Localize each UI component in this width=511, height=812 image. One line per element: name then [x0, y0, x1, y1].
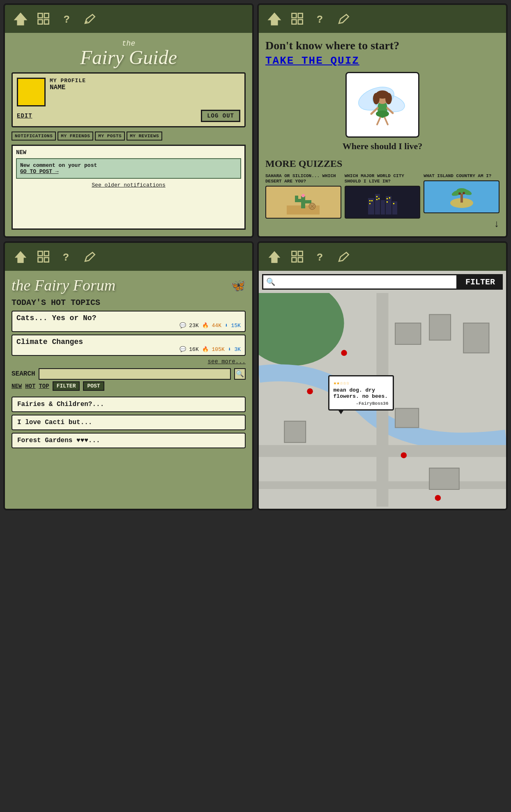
svg-rect-3	[38, 20, 43, 24]
svg-rect-47	[387, 198, 388, 199]
help-button-3[interactable]: ?	[56, 246, 77, 268]
quiz-card-2[interactable]: WHICH MAJOR WORLD CITY SHOULD I LIVE IN?	[345, 173, 421, 219]
grid-button-4[interactable]	[287, 246, 308, 268]
edit-button-3[interactable]	[79, 246, 100, 268]
see-more-link[interactable]: see more...	[12, 358, 246, 365]
quiz-2-text: WHICH MAJOR WORLD CITY SHOULD I LIVE IN?	[345, 173, 421, 184]
svg-rect-10	[292, 20, 297, 24]
svg-rect-11	[298, 20, 303, 24]
home-button-2[interactable]	[264, 8, 285, 30]
notification-item[interactable]: New comment on your post GO TO POST →	[16, 158, 241, 179]
home-button-3[interactable]	[10, 246, 31, 268]
grid-button-3[interactable]	[33, 246, 54, 268]
help-button-2[interactable]: ?	[310, 8, 331, 30]
topic-2-stats: 💬 16K 🔥 105K ⬇ 3K	[16, 346, 241, 353]
forum-panel: ? the Fairy Forum 🦋 TODAY'S HOT TOPICS C…	[3, 241, 254, 510]
svg-rect-41	[369, 200, 371, 201]
edit-profile-button[interactable]: EDIT	[17, 113, 32, 119]
svg-text:?: ?	[317, 252, 323, 264]
search-submit-button[interactable]: 🔍	[234, 368, 246, 380]
edit-button-4[interactable]	[333, 246, 354, 268]
svg-rect-60	[38, 251, 43, 256]
svg-point-19	[385, 93, 392, 104]
svg-rect-46	[376, 199, 377, 200]
quiz-3-image	[424, 180, 499, 213]
svg-rect-79	[429, 468, 459, 489]
svg-rect-38	[381, 200, 385, 215]
forum-body: the Fairy Forum 🦋 TODAY'S HOT TOPICS Cat…	[5, 271, 252, 509]
svg-point-24	[376, 111, 389, 117]
logout-button[interactable]: LOG OUT	[201, 110, 240, 122]
topic-2-down: ⬇ 3K	[228, 346, 241, 353]
search-input[interactable]	[39, 368, 231, 380]
reviews-tab[interactable]: MY REVIEWS	[127, 131, 162, 141]
svg-rect-42	[371, 200, 373, 201]
svg-rect-9	[298, 14, 303, 18]
svg-rect-81	[284, 421, 306, 443]
quiz-card-1[interactable]: SAHARA OR SILICON... WHICH DESERT ARE YO…	[265, 173, 341, 219]
home-button[interactable]	[10, 8, 31, 30]
svg-point-58	[463, 192, 465, 194]
topic-card-1[interactable]: Cats... Yes or No? 💬 23K 🔥 44K ⬇ 15K	[12, 311, 246, 332]
post-item-1[interactable]: Fairies & Children?...	[12, 397, 246, 412]
svg-rect-1	[38, 14, 43, 18]
see-older-link[interactable]: See older notifications	[16, 182, 241, 188]
quiz-3-text: WHAT ISLAND COUNTRY AM I?	[424, 173, 499, 179]
map-filter-button[interactable]: FILTER	[458, 274, 503, 290]
filter-hot-tab[interactable]: HOT	[25, 383, 35, 390]
profile-name: NAME	[50, 84, 240, 91]
svg-rect-66	[292, 251, 297, 256]
posts-tab[interactable]: MY POSTS	[95, 131, 125, 141]
callout-author: -FairyBoss36	[334, 401, 389, 406]
svg-text:?: ?	[64, 14, 70, 26]
home-button-4[interactable]	[264, 246, 285, 268]
topic-1-comments: 💬 23K	[180, 322, 199, 329]
help-button[interactable]: ?	[56, 8, 77, 30]
grid-button[interactable]	[33, 8, 54, 30]
post-item-3[interactable]: Forest Gardens ♥♥♥...	[12, 433, 246, 448]
notifications-tab[interactable]: NOTIFICATIONS	[12, 131, 56, 141]
svg-rect-80	[463, 323, 489, 353]
grid-button-2[interactable]	[287, 8, 308, 30]
svg-marker-0	[15, 14, 26, 25]
svg-rect-62	[38, 258, 43, 262]
map-search-bar: 🔍 FILTER	[259, 271, 506, 293]
quiz-card-3[interactable]: WHAT ISLAND COUNTRY AM I?	[424, 173, 499, 219]
topic-1-stats: 💬 23K 🔥 44K ⬇ 15K	[16, 322, 241, 329]
filter-button[interactable]: FILTER	[53, 381, 80, 391]
topic-card-2[interactable]: Climate Changes 💬 16K 🔥 105K ⬇ 3K	[12, 334, 246, 356]
svg-marker-7	[269, 14, 280, 25]
svg-point-85	[435, 495, 441, 501]
svg-text:?: ?	[317, 14, 323, 26]
svg-rect-45	[378, 198, 380, 199]
map-search-input[interactable]	[278, 274, 458, 290]
butterfly-icon: 🦋	[230, 278, 246, 293]
edit-button-2[interactable]	[333, 8, 354, 30]
svg-marker-59	[15, 251, 26, 263]
svg-line-22	[377, 117, 380, 125]
take-quiz-link[interactable]: TAKE THE QUIZ	[265, 55, 499, 67]
quiz-grid: SAHARA OR SILICON... WHICH DESERT ARE YO…	[265, 173, 499, 219]
quiz-main-image[interactable]	[345, 72, 419, 138]
notif-link[interactable]: GO TO POST →	[20, 168, 237, 175]
title-main: Fairy Guide	[12, 48, 246, 67]
nav-pills: NOTIFICATIONS MY FRIENDS MY POSTS MY REV…	[12, 131, 246, 141]
svg-rect-78	[395, 408, 419, 428]
svg-rect-63	[44, 258, 49, 262]
svg-rect-4	[44, 20, 49, 24]
svg-rect-43	[369, 203, 371, 204]
friends-tab[interactable]: MY FRIENDS	[58, 131, 93, 141]
quiz-1-image	[265, 186, 341, 219]
post-button[interactable]: POST	[83, 381, 104, 391]
notif-label: NEW	[16, 149, 241, 156]
callout-text: mean dog. dry flowers. no bees.	[334, 387, 389, 399]
more-quizzes-label: MORE QUIZZES	[265, 158, 499, 169]
quiz-panel: ? Don't know where to start? TAKE THE QU…	[257, 3, 508, 238]
filter-top-tab[interactable]: TOP	[39, 383, 49, 390]
filter-new-tab[interactable]: NEW	[12, 383, 22, 390]
svg-rect-48	[389, 197, 390, 198]
edit-button[interactable]	[79, 8, 100, 30]
topic-2-comments: 💬 16K	[180, 346, 199, 353]
help-button-4[interactable]: ?	[310, 246, 331, 268]
post-item-2[interactable]: I love Cacti but...	[12, 415, 246, 430]
